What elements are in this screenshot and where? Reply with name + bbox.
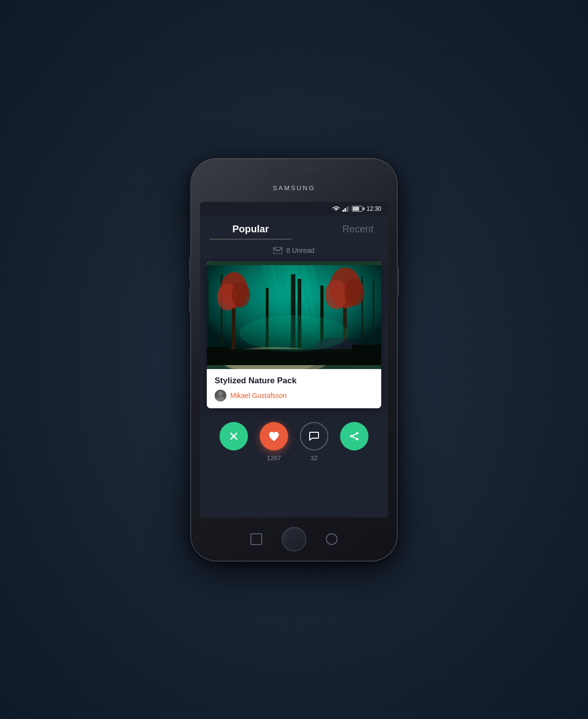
phone-shell: SAMSUNG — [191, 159, 397, 561]
card-image — [207, 261, 381, 369]
sensor-dot — [274, 170, 277, 172]
like-button[interactable] — [260, 422, 288, 450]
like-count: 1267 — [267, 454, 281, 462]
front-camera — [314, 169, 318, 173]
like-action: 1267 — [260, 422, 288, 462]
unread-text: 8 Unread — [286, 247, 315, 254]
share-icon — [349, 431, 360, 442]
svg-rect-4 — [348, 206, 349, 212]
card-title: Stylized Nature Pack — [215, 376, 373, 386]
bottom-bezel — [191, 518, 397, 561]
heart-icon — [268, 431, 280, 442]
card-author: Mikael Gustafsson — [215, 390, 373, 401]
comment-count: 32 — [311, 454, 318, 462]
wifi-icon — [332, 206, 340, 212]
signal-icon — [343, 206, 349, 212]
svg-line-48 — [352, 437, 356, 439]
recents-button[interactable] — [326, 533, 338, 545]
phone-screen: 12:30 Popular Recent — [200, 202, 388, 518]
forest-illustration — [207, 261, 381, 369]
mail-icon — [273, 247, 282, 254]
svg-point-27 — [344, 278, 365, 306]
svg-marker-0 — [335, 209, 337, 211]
brand-logo: SAMSUNG — [273, 184, 316, 192]
power-button[interactable] — [397, 267, 399, 296]
top-bezel: SAMSUNG — [191, 159, 397, 202]
battery-icon — [352, 206, 363, 212]
svg-point-41 — [216, 397, 225, 401]
x-icon — [228, 431, 239, 442]
back-button[interactable] — [250, 533, 262, 545]
svg-point-21 — [232, 282, 250, 307]
author-name: Mikael Gustafsson — [230, 392, 287, 399]
svg-point-40 — [218, 391, 223, 396]
app-content: Popular Recent 8 Unread — [200, 216, 388, 518]
nav-tabs: Popular Recent — [200, 216, 388, 244]
camera-area — [270, 169, 318, 173]
share-button[interactable] — [340, 422, 368, 450]
svg-rect-2 — [344, 208, 346, 212]
status-bar: 12:30 — [200, 202, 388, 216]
svg-line-47 — [352, 434, 356, 436]
svg-rect-14 — [207, 278, 209, 356]
action-row: 1267 32 — [200, 408, 388, 467]
volume-up-button[interactable] — [189, 257, 191, 281]
svg-rect-5 — [273, 247, 282, 254]
share-action — [340, 422, 368, 450]
sensor-dot — [270, 170, 272, 172]
svg-rect-37 — [207, 347, 229, 365]
svg-point-26 — [325, 280, 347, 309]
comment-button[interactable] — [300, 422, 328, 450]
dismiss-button[interactable] — [220, 422, 248, 450]
phone-device: SAMSUNG — [191, 159, 397, 561]
content-card[interactable]: Stylized Nature Pack Mikael Gustafsson — [207, 261, 381, 408]
author-avatar — [215, 390, 226, 401]
status-icons: 12:30 — [332, 205, 381, 212]
svg-rect-1 — [343, 210, 344, 212]
volume-down-button[interactable] — [189, 289, 191, 313]
sensors — [270, 170, 277, 172]
comment-action: 32 — [300, 422, 328, 462]
home-button[interactable] — [282, 527, 306, 551]
battery-fill — [353, 207, 360, 211]
earpiece-speaker — [281, 169, 310, 172]
svg-rect-38 — [352, 345, 381, 365]
svg-point-39 — [240, 315, 349, 351]
chat-icon — [308, 430, 320, 442]
card-info: Stylized Nature Pack Mikael Gustafsson — [207, 369, 381, 408]
svg-rect-3 — [346, 207, 348, 212]
tab-recent[interactable]: Recent — [292, 223, 378, 240]
dismiss-action — [220, 422, 248, 450]
unread-bar: 8 Unread — [200, 244, 388, 261]
tab-popular[interactable]: Popular — [210, 223, 292, 240]
status-time: 12:30 — [367, 205, 381, 212]
